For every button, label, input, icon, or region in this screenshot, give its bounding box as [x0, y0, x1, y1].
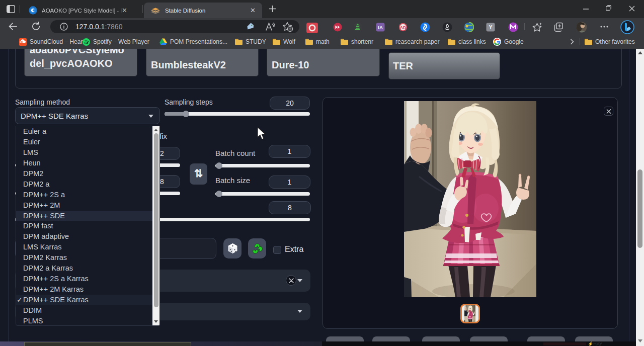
svg-text:AD: AD: [400, 25, 406, 30]
svg-text:Y: Y: [489, 25, 493, 30]
svg-text:IA: IA: [378, 25, 383, 30]
